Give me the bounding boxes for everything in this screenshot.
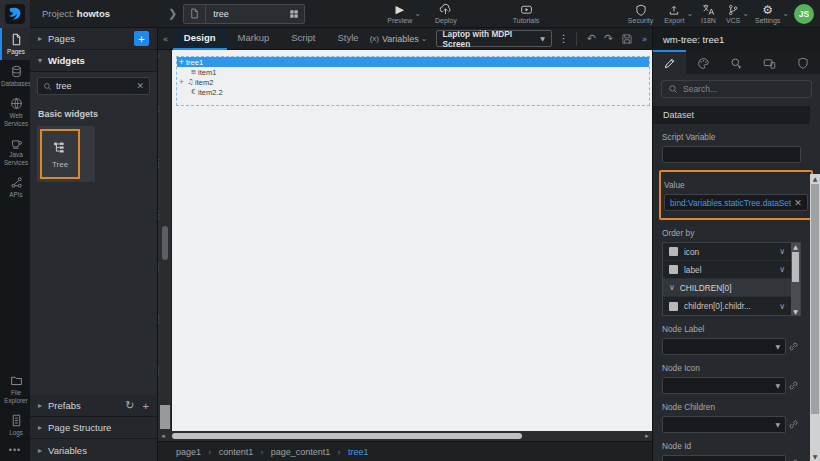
bind-link-icon[interactable] [786,380,801,391]
scroll-up-icon[interactable]: ▲ [810,175,820,182]
widgets-section-header[interactable]: ▾ Widgets [30,50,157,72]
tree-node[interactable]: + ♫ item2 [177,77,649,87]
expand-toggle-icon[interactable]: + [177,78,186,86]
variables-dropdown[interactable]: (x) Variables ⌄ [370,34,428,44]
scroll-left-icon[interactable]: ◂ [158,432,168,440]
tab-properties[interactable] [653,50,686,74]
page-structure-section-header[interactable]: ▸ Page Structure [30,417,157,439]
tab-styles[interactable] [686,50,719,74]
bind-link-icon[interactable] [786,341,801,352]
tab-markup[interactable]: Markup [227,28,281,50]
breadcrumb-page-content1[interactable]: page_content1 [271,447,331,457]
properties-search-input[interactable]: Search... [661,80,812,98]
order-by-row-label[interactable]: label ∨ [663,261,791,279]
vcs-chevron-icon[interactable]: ⌄ [742,9,749,18]
more-options-icon[interactable]: ••• [0,441,30,461]
widget-search-value[interactable]: tree [56,81,136,91]
variables-section-header[interactable]: ▸ Variables [30,439,157,461]
vertical-scrollbar-thumb[interactable] [162,226,168,260]
chevron-down-icon[interactable]: ∨ [779,247,785,256]
order-by-row-icon[interactable]: icon ∨ [663,243,791,261]
settings-chevron-icon[interactable]: ⌄ [782,9,789,18]
tab-design[interactable]: Design [173,28,227,50]
collapse-right-icon[interactable]: » [637,34,652,44]
chevron-down-icon[interactable]: ∨ [779,302,785,311]
scroll-up-icon[interactable]: ▲ [791,243,800,250]
breadcrumb-content1[interactable]: content1 [219,447,254,457]
deploy-button[interactable]: Deploy [435,4,457,24]
add-page-button[interactable]: + [134,31,149,46]
clear-search-icon[interactable]: ✕ [136,81,144,91]
horizontal-scrollbar-track[interactable] [168,432,642,440]
order-by-group-children[interactable]: ∨ CHILDREN[0] [663,279,791,297]
order-by-row-children[interactable]: children[0].childr... ∨ [663,297,791,315]
script-variable-input[interactable] [662,146,801,163]
breadcrumb-page1[interactable]: page1 [176,447,201,457]
tree-widget-on-canvas[interactable]: + tree1 ≡ item1 + ♫ item2 € item2.2 [176,56,650,106]
grid-icon[interactable] [289,9,299,19]
tree-node[interactable]: € item2.2 [177,87,649,97]
checkbox[interactable] [669,302,678,311]
undo-icon[interactable]: ↶ [587,32,596,45]
scroll-down-icon[interactable]: ▼ [810,453,820,460]
export-button[interactable]: Export [664,4,684,24]
tree-node[interactable]: ≡ item1 [177,67,649,77]
device-selector[interactable]: Laptop with MDPI Screen ▼ [436,30,552,47]
export-chevron-icon[interactable]: ⌄ [686,9,693,18]
tab-script[interactable]: Script [280,28,326,50]
node-children-select[interactable]: ▼ [662,416,786,433]
node-icon-select[interactable]: ▼ [662,377,786,394]
tab-style[interactable]: Style [327,28,370,50]
sidebar-item-logs[interactable]: Logs [0,409,30,441]
chevron-down-icon[interactable]: ∨ [779,265,785,274]
canvas-more-icon[interactable]: ⋮ [559,33,569,44]
design-canvas[interactable]: + tree1 ≡ item1 + ♫ item2 € item2.2 [172,50,652,431]
tutorials-button[interactable]: Tutorials [513,4,540,24]
horizontal-scrollbar-thumb[interactable] [172,433,522,439]
collapse-left-icon[interactable]: « [158,34,173,44]
node-label-select[interactable]: ▼ [662,338,786,355]
pages-section-header[interactable]: ▸ Pages + [30,28,157,50]
sidebar-item-pages[interactable]: Pages [0,28,30,60]
page-selector-value[interactable]: tree [206,9,284,19]
vcs-button[interactable]: VCS [726,4,740,24]
listbox-scrollbar-thumb[interactable] [792,252,799,282]
bind-link-icon[interactable] [786,419,801,430]
add-prefab-button[interactable]: + [143,400,149,412]
scroll-down-icon[interactable]: ▼ [791,308,800,315]
preview-button[interactable]: ▶ Preview [387,4,412,24]
preview-chevron-icon[interactable]: ⌄ [414,9,421,18]
tab-inspect[interactable] [720,50,753,74]
tree-node-root[interactable]: + tree1 [177,57,649,67]
settings-button[interactable]: ⚙ Settings [755,4,780,24]
i18n-button[interactable]: I18N [701,4,716,24]
listbox-scrollbar[interactable]: ▲ ▼ [791,243,800,315]
tab-security[interactable] [787,50,820,74]
app-logo[interactable] [0,0,30,28]
breadcrumb-tree1[interactable]: tree1 [348,447,369,457]
checkbox[interactable] [669,265,678,274]
tree-widget-tile[interactable]: Tree [40,129,80,179]
refresh-icon[interactable]: ↻ [125,399,134,412]
panel-scrollbar[interactable]: ▲ ▼ [810,174,820,461]
save-icon[interactable] [621,33,633,45]
node-id-select[interactable]: ▼ [662,455,786,461]
widget-search-input[interactable]: tree ✕ [37,77,150,95]
tab-devices[interactable] [753,50,786,74]
sidebar-item-apis[interactable]: APIs [0,171,30,203]
sidebar-item-databases[interactable]: Databases [0,60,30,92]
prefabs-section-header[interactable]: ▸ Prefabs ↻ + [30,395,157,417]
scroll-right-icon[interactable]: ▸ [642,432,652,440]
drag-handle-icon[interactable]: + [177,58,186,66]
page-selector[interactable]: tree [183,4,305,24]
checkbox[interactable] [669,247,678,256]
user-avatar[interactable]: JS [794,4,814,24]
sidebar-item-web-services[interactable]: Web Services [0,92,30,132]
security-button[interactable]: Security [628,4,653,24]
clear-value-icon[interactable]: ✕ [794,198,802,208]
redo-icon[interactable]: ↷ [604,32,613,45]
sidebar-item-java-services[interactable]: Java Services [0,131,30,171]
value-input[interactable]: bind:Variables.staticTree.dataSet ✕ [664,194,808,211]
panel-scrollbar-thumb[interactable] [811,184,819,414]
horizontal-scrollbar[interactable]: ◂ ▸ [158,431,652,441]
